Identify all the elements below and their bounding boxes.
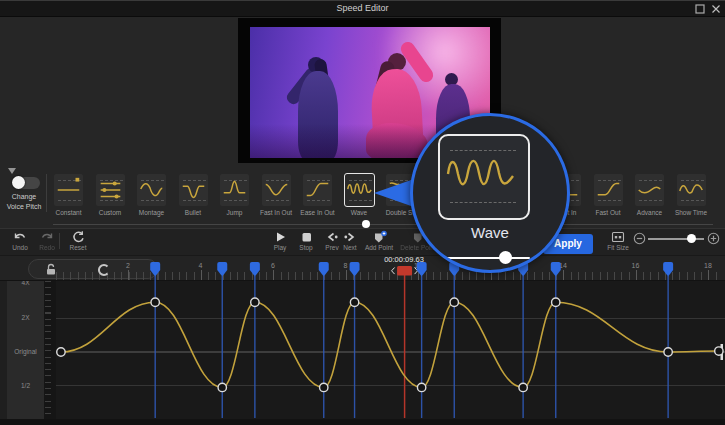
- fit-size-icon: [610, 230, 626, 244]
- play-icon: [273, 230, 287, 244]
- next-button[interactable]: Next: [335, 230, 365, 251]
- ruler-number: 4: [191, 262, 211, 269]
- curve-mode-icon[interactable]: [95, 262, 111, 278]
- fit-size-button[interactable]: Fit Size: [603, 230, 633, 251]
- speed-label-4: 4X: [7, 281, 44, 286]
- preset-scrollbar-handle[interactable]: [362, 220, 370, 228]
- ruler-major-tick: [708, 270, 709, 280]
- ruler-number: 2: [118, 262, 138, 269]
- ruler-major-tick: [273, 270, 274, 280]
- ruler-number: 18: [698, 262, 718, 269]
- zoom-out-icon[interactable]: [633, 232, 646, 245]
- speed-label-0.5: 1/2: [7, 382, 44, 389]
- ruler-major-tick: [418, 270, 419, 280]
- reset-button[interactable]: Reset: [63, 230, 93, 251]
- ruler-number: 6: [263, 262, 283, 269]
- preset-tile-constant[interactable]: [53, 173, 84, 207]
- divider: [46, 174, 47, 212]
- speed-label-2: 2X: [7, 314, 44, 321]
- preset-tile-custom[interactable]: [95, 173, 126, 207]
- ruler-minor-ticks: [56, 272, 720, 280]
- playhead-timestamp: 00:00:09.63: [374, 255, 434, 264]
- preset-tile-ease-in-out[interactable]: [302, 173, 333, 207]
- collapse-arrow-icon[interactable]: [8, 168, 16, 174]
- preset-label-show-time: Show Time: [666, 209, 717, 216]
- preset-scrollbar-track[interactable]: [53, 224, 713, 225]
- speed-curve-editor[interactable]: 4X2XOriginal1/2: [0, 281, 725, 419]
- toggle-knob[interactable]: [12, 176, 25, 189]
- ruler-number: 16: [626, 262, 646, 269]
- magnified-scrollbar-handle: [499, 251, 512, 264]
- ruler-major-tick: [346, 270, 347, 280]
- zoom-slider-handle[interactable]: [687, 234, 696, 243]
- ruler-major-tick: [128, 270, 129, 280]
- preset-tile-fast-in-out[interactable]: [261, 173, 292, 207]
- bottom-strip: [0, 419, 725, 425]
- redo-button[interactable]: Redo: [32, 230, 62, 251]
- magnified-wave-tile: [438, 134, 530, 220]
- undo-icon: [13, 230, 27, 244]
- ruler-major-tick: [636, 270, 637, 280]
- preset-tile-jump[interactable]: [219, 173, 250, 207]
- speed-editor-window: Speed Editor Change Voice Pitch Und: [0, 0, 725, 425]
- ruler-number: 8: [336, 262, 356, 269]
- ruler-major-tick: [201, 270, 202, 280]
- magnifier-label: Wave: [413, 224, 567, 241]
- speed-label-1: Original: [7, 348, 44, 355]
- toolbar-separator: [59, 233, 60, 249]
- left-margin: [0, 281, 7, 419]
- preset-tile-wave[interactable]: [344, 173, 375, 207]
- close-icon[interactable]: [710, 3, 722, 15]
- wave-curve-icon: [440, 136, 527, 217]
- preset-tile-advance[interactable]: [634, 173, 665, 207]
- magnifier-overlay: Wave: [410, 113, 570, 273]
- maximize-icon[interactable]: [694, 3, 706, 15]
- next-icon: [343, 230, 357, 244]
- add-point-button[interactable]: Add Point: [362, 230, 396, 251]
- undo-button[interactable]: Undo: [5, 230, 35, 251]
- preset-tile-show-time[interactable]: [676, 173, 707, 207]
- zoom-in-icon[interactable]: [707, 232, 720, 245]
- stop-icon: [299, 230, 313, 244]
- magnifier-pointer: [374, 179, 414, 207]
- preset-tile-montage[interactable]: [136, 173, 167, 207]
- preset-tile-fast-out[interactable]: [593, 173, 624, 207]
- redo-icon: [40, 230, 54, 244]
- add-point-icon: [372, 230, 387, 244]
- ruler-number: 14: [553, 262, 573, 269]
- reset-icon: [71, 230, 85, 244]
- speed-axis-ticks: [44, 281, 56, 419]
- ruler-major-tick: [563, 270, 564, 280]
- preset-tile-bullet[interactable]: [178, 173, 209, 207]
- titlebar: Speed Editor: [0, 0, 725, 17]
- window-title: Speed Editor: [0, 3, 725, 13]
- voice-pitch-label: Change Voice Pitch: [0, 192, 48, 212]
- lock-icon[interactable]: [44, 262, 58, 276]
